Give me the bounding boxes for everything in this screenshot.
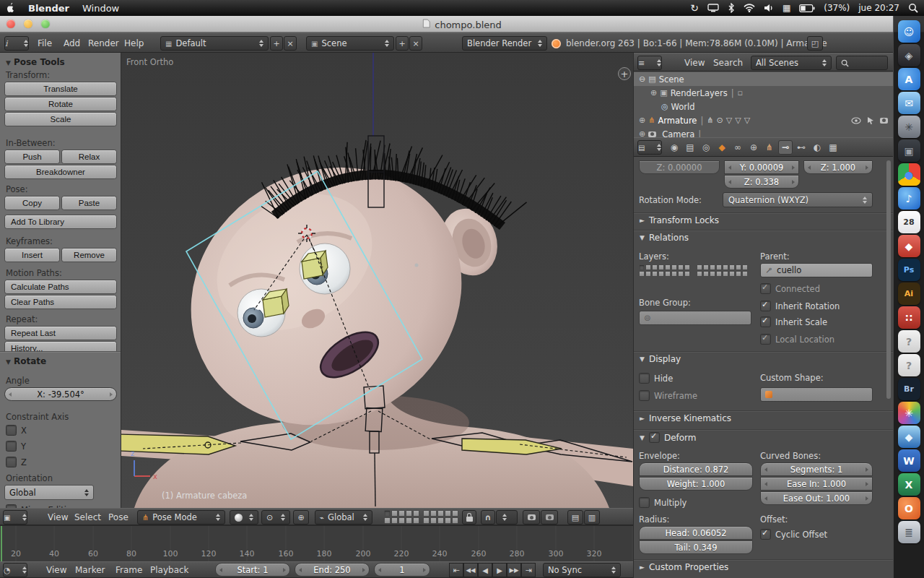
layer-toggle[interactable] <box>437 510 444 517</box>
tab-armature-data[interactable]: ⋔ <box>762 140 777 155</box>
layer-toggle[interactable] <box>645 264 651 270</box>
window-titlebar[interactable]: chompo.blend <box>0 16 924 33</box>
insert-keyframe-button[interactable]: Insert <box>4 248 60 262</box>
ease-out-field[interactable]: Ease Out: 1.000 <box>760 491 873 505</box>
outliner-row-armature[interactable]: ⊕ ⋔ Armature | ⋔ ⊙ ▽ ▽ ▽ <box>634 113 893 127</box>
layer-toggle[interactable] <box>452 510 458 517</box>
itunes-icon[interactable]: ♪ <box>898 187 920 210</box>
fullscreen-toggle-button[interactable]: ◰ <box>807 36 823 51</box>
layer-toggle[interactable] <box>665 264 671 270</box>
relax-button[interactable]: Relax <box>61 150 117 164</box>
inverse-kinematics-panel-header[interactable]: ►Inverse Kinematics <box>640 413 731 423</box>
transform-orientation-selector[interactable]: ⌁ Global <box>315 510 372 525</box>
layer-toggle[interactable] <box>729 264 735 270</box>
screen-layout-selector[interactable]: ▦ Default <box>160 36 269 51</box>
menu-view[interactable]: View <box>684 58 705 68</box>
rotation-z-field[interactable]: Z: 0.338 <box>724 175 799 189</box>
app-store-icon[interactable]: A <box>898 68 920 90</box>
layer-toggle[interactable] <box>445 510 451 517</box>
wireframe-checkbox[interactable]: Wireframe <box>639 390 697 401</box>
next-keyframe-button[interactable]: ▶▶ <box>507 563 521 577</box>
layer-toggle[interactable] <box>423 517 430 524</box>
ease-in-field[interactable]: Ease In: 1.000 <box>760 477 873 491</box>
illustrator-icon[interactable]: Ai <box>898 282 920 305</box>
jump-to-end-button[interactable]: ⇥ <box>521 563 536 577</box>
editor-type-button[interactable]: ≡ <box>637 56 662 70</box>
delete-scene-button[interactable]: × <box>409 36 422 51</box>
editor-type-button[interactable]: ▤ <box>637 140 662 155</box>
inherit-rotation-checkbox[interactable]: Inherit Rotation <box>760 301 840 311</box>
axis-z-checkbox[interactable]: Z <box>6 457 27 467</box>
menu-marker[interactable]: Marker <box>75 565 105 575</box>
layer-toggle[interactable] <box>639 264 645 270</box>
finder-icon[interactable]: ☺ <box>898 20 920 43</box>
layer-toggle[interactable] <box>678 264 684 270</box>
multiply-checkbox[interactable]: Multiply <box>639 497 687 508</box>
layer-toggle[interactable] <box>723 271 728 277</box>
tab-modifiers[interactable]: ⊕ <box>746 140 761 155</box>
prev-keyframe-button[interactable]: ◀◀ <box>463 563 478 577</box>
jump-to-start-button[interactable]: ⇤ <box>449 563 463 577</box>
cyclic-offset-checkbox[interactable]: Cyclic Offset <box>760 529 827 540</box>
axis-x-checkbox[interactable]: X <box>6 425 27 436</box>
expand-icon[interactable]: ⊕ <box>650 88 657 98</box>
tab-scene[interactable]: ▤ <box>683 140 697 155</box>
crystal-app-icon[interactable]: ◆ <box>898 426 920 448</box>
editor-type-button[interactable]: i <box>4 36 29 51</box>
layer-toggle[interactable] <box>697 264 702 270</box>
scale-button[interactable]: Scale <box>4 112 117 126</box>
word-icon[interactable]: W <box>898 449 920 472</box>
red-dots-app-icon[interactable]: ∷ <box>898 306 920 329</box>
mode-selector[interactable]: ⋔ Pose Mode <box>137 510 225 525</box>
bone-group-field[interactable]: ⊚ <box>639 311 751 325</box>
outliner-row-camera[interactable]: ⊕ Camera | <box>634 127 893 137</box>
layer-toggle[interactable] <box>645 271 651 277</box>
menu-help[interactable]: Help <box>124 38 144 48</box>
mail-icon[interactable]: ✉ <box>898 92 920 114</box>
menu-pose[interactable]: Pose <box>108 512 128 522</box>
outliner-scope-selector[interactable]: All Scenes <box>751 56 832 70</box>
bluetooth-icon[interactable] <box>728 3 735 13</box>
inherit-scale-checkbox[interactable]: Inherit Scale <box>760 316 827 327</box>
end-frame-field[interactable]: End: 250 <box>295 563 370 577</box>
dark-utility-icon[interactable]: ◈ <box>898 44 920 66</box>
trash-icon[interactable]: ≣ <box>898 521 920 543</box>
outliner-filter-search[interactable] <box>836 56 888 70</box>
orientation-dropdown[interactable]: Global <box>4 485 94 500</box>
display-icon[interactable] <box>707 4 719 12</box>
copy-layout-button[interactable]: ▤ <box>567 510 583 525</box>
open-properties-region-button[interactable]: + <box>618 67 631 80</box>
chrome-icon[interactable]: ● <box>898 163 920 186</box>
deform-panel-header[interactable]: ▼ Deform <box>640 432 697 443</box>
layer-toggle[interactable] <box>445 517 451 524</box>
tab-render[interactable]: ◉ <box>667 140 681 155</box>
clear-paths-button[interactable]: Clear Paths <box>4 295 117 309</box>
menu-playback[interactable]: Playback <box>150 565 189 575</box>
radius-tail-field[interactable]: Tail: 0.349 <box>639 540 753 554</box>
local-location-checkbox[interactable]: Local Location <box>760 334 834 345</box>
timeline-ruler[interactable]: 20 40 60 80 100 120 140 160 180 200 220 … <box>0 525 633 561</box>
rotate-panel-header[interactable]: ▼Rotate <box>6 356 46 366</box>
outliner-row-renderlayers[interactable]: ⊕ ▣ RenderLayers | ▫ <box>634 86 893 100</box>
menu-view[interactable]: View <box>48 512 68 522</box>
layer-toggle[interactable] <box>452 517 458 524</box>
utilities-icon[interactable]: ▣ <box>898 139 920 162</box>
expand-icon[interactable]: ⊕ <box>639 129 645 137</box>
layer-toggle[interactable] <box>398 517 405 524</box>
calculate-paths-button[interactable]: Calculate Paths <box>4 280 117 294</box>
connected-checkbox[interactable]: Connected <box>760 283 820 294</box>
layer-toggle[interactable] <box>716 271 722 277</box>
menubar-clock[interactable]: jue 20:27 <box>858 3 899 13</box>
copy-pose-button[interactable]: Copy <box>4 196 60 210</box>
layer-toggle[interactable] <box>710 264 715 270</box>
missing-app-2-icon[interactable]: ? <box>898 354 920 376</box>
layer-toggle[interactable] <box>658 271 664 277</box>
start-frame-field[interactable]: Start: 1 <box>215 563 290 577</box>
tab-constraints[interactable]: ∞ <box>731 140 745 155</box>
layer-toggle[interactable] <box>742 264 748 270</box>
system-preferences-icon[interactable]: ✳ <box>898 116 920 138</box>
keyboard-input-icon[interactable]: ▦ <box>783 3 790 13</box>
layer-toggle[interactable] <box>406 510 412 517</box>
layer-toggle[interactable] <box>742 271 748 277</box>
custom-properties-panel-header[interactable]: ►Custom Properties <box>640 562 728 572</box>
